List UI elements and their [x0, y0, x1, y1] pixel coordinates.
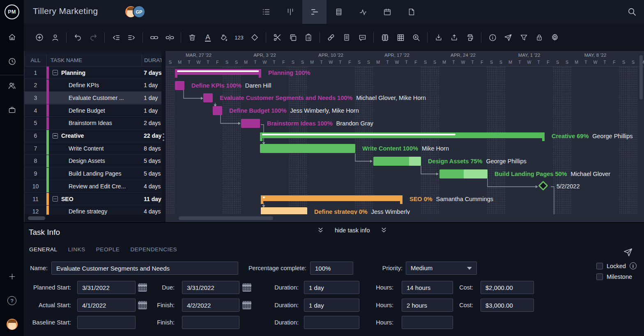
- projects-icon[interactable]: [0, 102, 24, 118]
- paste-icon[interactable]: [304, 32, 313, 42]
- delete-icon[interactable]: [187, 32, 197, 42]
- duration-cell[interactable]: 22 days: [142, 130, 161, 142]
- share-icon[interactable]: [503, 32, 513, 42]
- gantt-task-bar[interactable]: [260, 144, 355, 153]
- table-row[interactable]: 6Creative22 days: [25, 130, 161, 143]
- gantt-view-tab[interactable]: [302, 0, 327, 24]
- duration-field[interactable]: [304, 316, 359, 329]
- duration-cell[interactable]: 7 days: [142, 67, 161, 79]
- task-name-cell[interactable]: Creative: [49, 130, 142, 142]
- table-row[interactable]: 11SEO11 days: [25, 193, 161, 206]
- gantt-task-bar[interactable]: [175, 81, 184, 90]
- task-name-cell[interactable]: Build Landing Pages: [49, 168, 142, 180]
- hours-field[interactable]: [402, 299, 453, 312]
- duration-cell[interactable]: 11 days: [142, 193, 161, 205]
- table-row[interactable]: 4Define Budget1 day: [25, 104, 161, 117]
- task-name-cell[interactable]: Define Budget: [49, 104, 142, 117]
- board-view-tab[interactable]: [278, 0, 302, 24]
- assign-user-icon[interactable]: [50, 32, 60, 42]
- gantt-task-bar[interactable]: [439, 169, 488, 178]
- numbers-icon[interactable]: 123: [234, 32, 244, 42]
- calendar-icon[interactable]: [242, 301, 251, 309]
- redo-icon[interactable]: [88, 32, 98, 42]
- gantt-vscroll-thumb[interactable]: [639, 55, 643, 100]
- task-name-cell[interactable]: Define KPIs: [49, 79, 142, 92]
- gantt-task-bar[interactable]: [213, 106, 222, 115]
- date-field[interactable]: [182, 299, 239, 312]
- table-row[interactable]: 7Write Content8 days: [25, 142, 161, 155]
- recent-icon[interactable]: [0, 53, 24, 70]
- cut-icon[interactable]: [272, 32, 282, 42]
- collapse-icon[interactable]: [53, 196, 58, 202]
- settings-icon[interactable]: [550, 32, 560, 42]
- table-row[interactable]: 8Design Assets5 days: [25, 155, 161, 168]
- priority-select[interactable]: Medium: [406, 262, 477, 275]
- search-icon[interactable]: [627, 7, 637, 18]
- notes-icon[interactable]: [342, 32, 352, 42]
- gantt-hscroll-thumb[interactable]: [179, 216, 273, 220]
- milestone-checkbox[interactable]: [596, 273, 603, 280]
- duration-cell[interactable]: 4 days: [142, 206, 161, 215]
- table-hscroll-thumb[interactable]: [28, 216, 45, 220]
- task-name-cell[interactable]: Review and Edit Cre...: [49, 180, 142, 192]
- gantt-task-bar[interactable]: [261, 207, 307, 214]
- duration-cell[interactable]: 4 days: [142, 180, 161, 192]
- table-row[interactable]: 9Build Landing Pages5 days: [25, 168, 161, 181]
- locked-info-icon[interactable]: i: [630, 262, 637, 269]
- gantt-task-bar[interactable]: [373, 157, 421, 166]
- task-info-tab-dependencies[interactable]: DEPENDENCIES: [130, 246, 177, 253]
- table-row[interactable]: 1Planning7 days: [25, 67, 161, 79]
- date-field[interactable]: [182, 316, 239, 329]
- calendar-icon[interactable]: [242, 283, 251, 292]
- table-row[interactable]: 10Review and Edit Cre...4 days: [25, 180, 161, 193]
- cost-field[interactable]: [481, 281, 534, 294]
- user-avatar[interactable]: [0, 316, 24, 332]
- gantt-task-bar[interactable]: [203, 93, 213, 102]
- duration-cell[interactable]: 1 day: [142, 92, 161, 104]
- column-header-task-name[interactable]: TASK NAME: [46, 54, 142, 66]
- date-field[interactable]: [77, 281, 136, 294]
- calendar-icon[interactable]: [138, 283, 147, 292]
- task-name-cell[interactable]: SEO: [49, 193, 142, 205]
- task-name-cell[interactable]: Define strategy: [49, 206, 142, 215]
- cost-field[interactable]: [481, 299, 534, 312]
- duration-cell[interactable]: 5 days: [142, 155, 161, 167]
- duration-cell[interactable]: 2 days: [142, 117, 161, 130]
- task-info-tab-people[interactable]: PEOPLE: [96, 246, 120, 253]
- split-view-icon[interactable]: [380, 32, 390, 42]
- date-field[interactable]: [77, 316, 136, 329]
- task-name-cell[interactable]: Write Content: [49, 142, 142, 155]
- app-logo[interactable]: PM: [0, 0, 24, 24]
- date-field[interactable]: [182, 281, 239, 294]
- gantt-summary-bar[interactable]: [261, 195, 402, 201]
- task-info-tab-links[interactable]: LINKS: [68, 246, 85, 253]
- undo-icon[interactable]: [73, 32, 83, 42]
- fill-color-icon[interactable]: [218, 32, 228, 42]
- hours-field[interactable]: [402, 281, 453, 294]
- hide-task-info-button[interactable]: hide task info: [317, 227, 387, 234]
- import-icon[interactable]: [434, 32, 444, 42]
- send-icon[interactable]: [623, 247, 633, 259]
- link-tasks-icon[interactable]: [149, 32, 159, 42]
- help-icon[interactable]: ?: [0, 292, 24, 309]
- gantt-summary-bar[interactable]: [175, 69, 261, 75]
- duration-field[interactable]: [304, 281, 359, 294]
- task-name-cell[interactable]: Evaluate Customer ...: [49, 92, 142, 104]
- task-list-view-tab[interactable]: [254, 0, 278, 24]
- duration-cell[interactable]: 8 days: [142, 142, 161, 155]
- info-icon[interactable]: [488, 32, 497, 42]
- home-icon[interactable]: [0, 29, 24, 45]
- locked-checkbox[interactable]: [596, 263, 603, 269]
- grid-icon[interactable]: [396, 32, 405, 42]
- column-header-duration[interactable]: DURATION: [142, 54, 161, 66]
- activity-view-tab[interactable]: [351, 0, 375, 24]
- docs-view-tab[interactable]: [399, 0, 423, 24]
- add-icon[interactable]: [0, 268, 24, 285]
- comment-icon[interactable]: [357, 32, 367, 42]
- calendar-view-tab[interactable]: [375, 0, 399, 24]
- table-row[interactable]: 12Define strategy4 days: [25, 206, 161, 215]
- unlink-tasks-icon[interactable]: [165, 32, 175, 42]
- duration-cell[interactable]: 5 days: [142, 168, 161, 180]
- collapse-icon[interactable]: [53, 133, 58, 139]
- indent-icon[interactable]: [126, 32, 136, 42]
